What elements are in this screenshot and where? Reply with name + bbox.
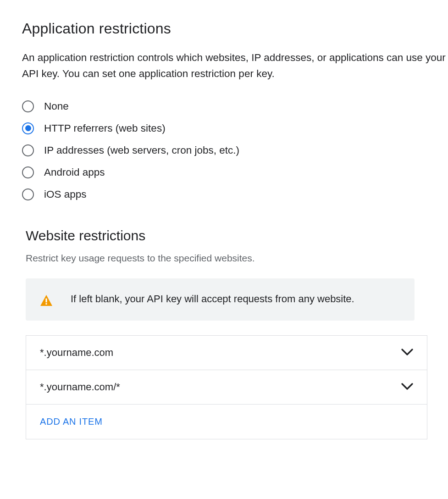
application-restrictions-heading: Application restrictions <box>22 20 448 37</box>
radio-option-none[interactable]: None <box>22 100 448 112</box>
radio-label: iOS apps <box>44 189 87 200</box>
radio-icon <box>22 100 34 112</box>
add-an-item-button[interactable]: ADD AN ITEM <box>26 405 427 439</box>
warning-banner: If left blank, your API key will accept … <box>26 278 415 321</box>
website-restriction-value: *.yourname.com <box>40 347 113 359</box>
warning-text: If left blank, your API key will accept … <box>71 291 354 307</box>
website-restriction-item[interactable]: *.yourname.com <box>26 336 427 370</box>
radio-label: None <box>44 100 69 112</box>
radio-option-ios-apps[interactable]: iOS apps <box>22 189 448 200</box>
website-restrictions-description: Restrict key usage requests to the speci… <box>26 253 448 264</box>
radio-icon <box>22 144 34 156</box>
website-restriction-item[interactable]: *.yourname.com/* <box>26 370 427 405</box>
radio-option-android-apps[interactable]: Android apps <box>22 166 448 178</box>
website-restrictions-list: *.yourname.com *.yourname.com/* ADD AN I… <box>26 335 427 439</box>
chevron-down-icon <box>401 381 413 393</box>
radio-icon <box>22 122 34 134</box>
radio-option-ip-addresses[interactable]: IP addresses (web servers, cron jobs, et… <box>22 144 448 156</box>
website-restriction-value: *.yourname.com/* <box>40 381 120 393</box>
radio-option-http-referrers[interactable]: HTTP referrers (web sites) <box>22 122 448 134</box>
radio-dot-icon <box>25 125 31 131</box>
radio-label: IP addresses (web servers, cron jobs, et… <box>44 144 239 156</box>
radio-label: Android apps <box>44 166 105 178</box>
svg-rect-0 <box>45 298 47 302</box>
svg-rect-1 <box>45 303 47 305</box>
application-restrictions-description: An application restriction controls whic… <box>22 50 448 82</box>
website-restrictions-heading: Website restrictions <box>26 228 448 244</box>
radio-label: HTTP referrers (web sites) <box>44 122 166 134</box>
radio-icon <box>22 189 34 200</box>
chevron-down-icon <box>401 347 413 359</box>
application-restrictions-radio-group: None HTTP referrers (web sites) IP addre… <box>22 100 448 200</box>
warning-icon <box>40 291 52 308</box>
radio-icon <box>22 166 34 178</box>
